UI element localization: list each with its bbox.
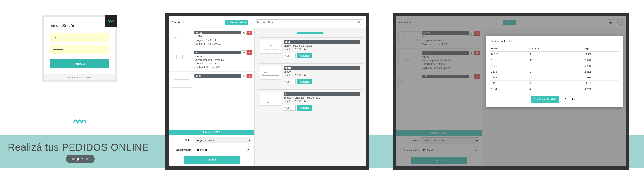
profile-length: Longitud: 6.200 mts [284,74,360,77]
confirm-button[interactable]: Confirmar el pedido [531,96,559,103]
login-card: Iniciar Sesión Ingresar DLR Software 201… [42,15,117,82]
login-title: Iniciar Sesión [50,23,109,28]
svg-rect-2 [262,74,279,76]
profile-badge: M 310 [284,66,360,70]
color-label: Color [172,139,192,142]
table-row: 136200.0 [490,57,619,63]
table-row: 119313.286 [490,75,619,81]
order-item: 1 Marco Ventana/puerta Corrediza Longitu… [169,48,254,72]
add-button[interactable]: Agregar [297,53,312,59]
brand-logo [106,15,117,27]
refresh-icon: ⟳ [227,21,230,24]
table-row: 100116.708 [490,63,619,69]
password-field[interactable] [50,45,109,54]
modal-title: Pedido finalizado [490,40,619,43]
obs-label: Observación [172,148,192,151]
hero-cta[interactable]: ingresar [66,155,95,163]
th-kgs: Kgs [584,46,619,52]
th-cant: Cantidad [528,46,584,52]
qty-input[interactable] [284,79,296,84]
profile-thumb: AW 2 [260,92,282,106]
add-button[interactable]: Agregar [297,105,312,110]
confirm-screen: Cliente: dlr ⟳Ce ⚙ 🔍 M310 M 310 M 310 Lo… [393,13,629,170]
expand-button[interactable]: ⤢ [245,147,251,153]
total-bar: Total kgs: 307.7 [169,130,254,135]
profile-length: Longitud: 6.200 mts [194,62,252,65]
svg-rect-0 [173,39,190,40]
expand-icon: ⤢ [247,148,249,151]
edit-button[interactable]: ✎ [241,74,247,78]
login-button[interactable]: Ingresar [50,59,109,68]
brand-logo-small [73,116,88,126]
trash-icon: ✖ [248,51,250,54]
profile-length: Longitud: 6.200 mts [284,100,360,103]
search-input[interactable] [255,19,355,25]
cancel-button[interactable]: Cancelar [562,96,578,103]
profile-thumb: M310 [260,66,282,80]
profile-length: Longitud: 6.200 mts [284,48,360,51]
summary-table: Perfil Cantidad Kgs M 310517.95136200.01… [490,46,619,92]
catalog-item: M310 M 310 M 310 Longitud: 6.200 mts Agr… [258,63,363,87]
profile-thumb [171,74,192,88]
table-row: 120412.42 [490,81,619,86]
svg-text:M310: M310 [264,72,267,73]
edit-button[interactable]: ✎ [241,50,247,55]
svg-text:AW 2: AW 2 [267,102,270,103]
username-field[interactable] [50,33,109,42]
delete-button[interactable]: ✖ [247,74,252,78]
topbar: Cliente: dlr ⟳Cerrar sesión 🔍 [169,16,366,28]
table-row: M 310517.95 [490,52,619,57]
trash-icon: ✖ [248,75,250,78]
catalog-item: 1861 Marco Postizo Corrediza Longitud: 6… [258,37,363,61]
profile-name: Marco [194,55,252,58]
table-row: 1254046.969 [490,86,619,92]
profile-badge: 2 [284,92,360,96]
profile-name: M 310 [194,35,252,38]
order-list: M310 M 310 M 310 Longitud: 6.200 mts Can… [169,28,254,130]
logout-button[interactable]: ⟳Cerrar sesión [225,20,248,25]
qty-input[interactable] [284,53,296,59]
table-row: 117812.852 [490,69,619,75]
login-footer: DLR Software 2015 [44,74,115,80]
obs-input[interactable] [194,147,245,153]
edit-button[interactable]: ✎ [241,31,247,35]
pencil-icon: ✎ [243,32,245,34]
profile-thumb [260,40,282,54]
qty-input[interactable] [284,105,296,110]
client-label: Cliente: dlr [172,21,185,24]
th-perfil: Perfil [490,46,528,52]
search-button[interactable]: 🔍 [355,19,363,25]
profile-qty: Cantidad: 7 Kgs: 25.13 [194,42,252,45]
delete-button[interactable]: ✖ [247,31,252,35]
profile-thumb [171,51,192,64]
add-button[interactable]: Agregar [297,79,312,84]
profile-name: Marco Postizo Corrediza [284,44,360,47]
profile-length: Longitud: 6.200 mts [194,39,252,42]
profile-qty: Cantidad: 36 Kgs: 200.0 [194,66,252,69]
search-icon: 🔍 [357,21,361,25]
confirm-modal: Pedido finalizado Perfil Cantidad Kgs M … [486,36,622,107]
submit-order-button[interactable]: PEDIR [184,156,240,164]
order-item: M310 M 310 M 310 Longitud: 6.200 mts Can… [169,28,254,48]
order-item: 1001 ✎✖ [169,72,254,90]
profile-name: M 310 [284,70,360,73]
profile-sub: Ventana/puerta Corrediza [194,59,252,62]
delete-button[interactable]: ✖ [247,50,252,55]
profile-thumb: M310 [171,31,192,44]
order-screen: Cliente: dlr ⟳Cerrar sesión 🔍 M310 M 310… [165,13,369,170]
profile-badge: 1861 [284,40,360,44]
color-select[interactable]: Negro semi mate [194,137,251,143]
hero-headline: Realizá tus PEDIDOS ONLINE [8,141,149,153]
pencil-icon: ✎ [243,51,245,54]
pencil-icon: ✎ [243,75,245,78]
trash-icon: ✖ [248,32,250,34]
profile-name: Zocalo Y Cabezal Hoja Corrediz [284,96,360,99]
svg-text:M310: M310 [174,36,178,38]
catalog-item: AW 2 2 Zocalo Y Cabezal Hoja Corrediz Lo… [258,89,363,113]
